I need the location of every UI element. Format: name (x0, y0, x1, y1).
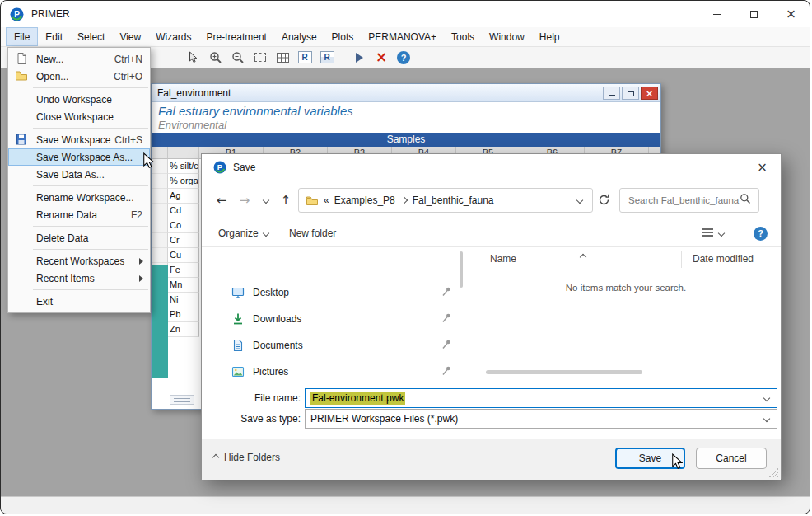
save-disk-icon (15, 133, 28, 146)
menu-item-undo-workspace[interactable]: Undo Workspace (8, 91, 150, 108)
run-icon[interactable] (351, 49, 367, 66)
maximize-button[interactable] (735, 1, 772, 27)
matrix-r-icon[interactable]: R (319, 49, 335, 66)
pointer-icon[interactable] (185, 49, 202, 66)
delete-icon[interactable]: × (373, 49, 390, 66)
menu-item-delete-data[interactable]: Delete Data (8, 229, 150, 246)
address-dropdown-icon[interactable] (576, 197, 583, 204)
organize-button[interactable]: Organize (218, 223, 268, 243)
menu-plots[interactable]: Plots (324, 27, 362, 46)
row-label[interactable]: % silt/c (168, 159, 199, 174)
close-button[interactable]: × (772, 1, 810, 27)
dialog-help-button[interactable]: ? (754, 223, 768, 243)
save-dialog: P Save × ← → ↑ « Examples_P8 Fal_benthic… (201, 153, 782, 479)
minimize-button[interactable] (698, 1, 735, 27)
save-as-type-select[interactable]: PRIMER Workspace Files (*.pwk) (305, 409, 777, 429)
menu-item-rename-data[interactable]: Rename Data F2 (8, 206, 150, 223)
menu-view[interactable]: View (112, 27, 148, 46)
menu-item-close-workspace[interactable]: Close Workspace (8, 108, 150, 125)
doc-minimize-button[interactable] (603, 87, 620, 100)
up-button[interactable]: ↑ (276, 190, 296, 210)
row-label[interactable]: Cd (168, 204, 199, 218)
doc-close-button[interactable]: × (641, 87, 658, 100)
chevron-up-icon (212, 454, 219, 461)
resize-grip[interactable] (769, 468, 778, 477)
row-label[interactable]: Zn (168, 322, 199, 337)
column-divider[interactable] (681, 251, 682, 268)
breadcrumb-subfolder[interactable]: Fal_benthic_fauna (413, 195, 494, 206)
row-label[interactable]: Ag (168, 189, 199, 204)
dialog-close-button[interactable]: × (744, 154, 781, 181)
row-label[interactable]: Ni (168, 293, 199, 307)
menu-item-recent-items[interactable]: Recent Items (8, 270, 150, 287)
chevron-down-icon[interactable] (763, 415, 770, 422)
list-column-date-modified[interactable]: Date modified (693, 253, 754, 265)
sidebar-item-pictures[interactable]: Pictures (222, 360, 460, 383)
row-label[interactable]: Pb (168, 307, 199, 322)
back-button[interactable]: ← (212, 190, 231, 210)
sidebar-item-documents[interactable]: Documents (222, 334, 460, 357)
new-folder-button[interactable]: New folder (289, 223, 336, 243)
save-as-type-value: PRIMER Workspace Files (*.pwk) (310, 413, 458, 425)
row-label[interactable]: Co (168, 218, 199, 233)
menu-separator (33, 226, 148, 227)
search-input[interactable]: Search Fal_benthic_fauna (619, 188, 759, 213)
doc-restore-button[interactable] (622, 87, 639, 100)
file-name-input[interactable]: Fal-environment.pwk (305, 388, 777, 408)
minimize-icon (713, 14, 721, 15)
band-select-icon[interactable] (252, 49, 268, 66)
row-label[interactable]: Fe (168, 263, 199, 278)
cancel-button[interactable]: Cancel (696, 448, 767, 469)
sidebar-scrollbar[interactable] (460, 251, 463, 288)
menu-wizards[interactable]: Wizards (148, 27, 198, 46)
row-label[interactable]: Mn (168, 278, 199, 293)
menu-select[interactable]: Select (70, 27, 112, 46)
menu-file[interactable]: File (6, 27, 38, 46)
hide-folders-button[interactable]: Hide Folders (213, 452, 280, 463)
menu-permanova[interactable]: PERMANOVA+ (361, 27, 444, 46)
grid-select-icon[interactable] (274, 49, 291, 66)
refresh-icon[interactable] (597, 193, 611, 210)
forward-button[interactable]: → (235, 190, 254, 210)
menu-item-open[interactable]: Open... Ctrl+O (8, 68, 150, 85)
menu-analyse[interactable]: Analyse (274, 27, 324, 46)
breadcrumb-folder[interactable]: Examples_P8 (334, 195, 395, 206)
breadcrumb-overflow[interactable]: « (324, 195, 329, 206)
resemblance-r-icon[interactable]: R (296, 49, 313, 66)
dialog-title: Save (233, 162, 255, 173)
menu-edit[interactable]: Edit (38, 27, 70, 46)
menu-item-new[interactable]: New... Ctrl+N (8, 50, 150, 68)
save-dialog-titlebar[interactable]: P Save × (202, 154, 781, 181)
chevron-down-icon (718, 230, 725, 237)
menu-item-rename-workspace[interactable]: Rename Workspace... (8, 189, 150, 206)
document-window-titlebar[interactable]: Fal_environment × (152, 84, 660, 102)
corner-cell (152, 147, 168, 159)
menu-item-save-data-as[interactable]: Save Data As... (8, 166, 150, 183)
list-horizontal-scrollbar[interactable] (486, 370, 642, 374)
menu-item-exit[interactable]: Exit (8, 293, 150, 310)
zoom-in-icon[interactable] (208, 49, 224, 66)
menu-window[interactable]: Window (482, 27, 532, 46)
sidebar-item-downloads[interactable]: Downloads (222, 307, 460, 331)
menu-pretreatment[interactable]: Pre-treatment (199, 27, 274, 46)
primer-logo-icon: P (10, 7, 24, 21)
splitter-handle[interactable] (170, 395, 194, 405)
view-options-button[interactable] (701, 223, 724, 243)
menu-help[interactable]: Help (532, 27, 567, 46)
recent-locations-button[interactable] (256, 190, 276, 210)
zoom-out-icon[interactable] (230, 49, 246, 66)
menu-separator (33, 128, 148, 129)
sidebar-item-desktop[interactable]: Desktop (222, 281, 460, 304)
help-icon[interactable]: ? (395, 49, 412, 66)
row-label[interactable]: % orga (168, 174, 199, 189)
row-label[interactable]: Cr (168, 233, 199, 248)
close-icon: × (786, 8, 796, 21)
menu-tools[interactable]: Tools (444, 27, 482, 46)
menu-item-save-workspace-as[interactable]: Save Workspace As... (8, 148, 150, 166)
address-bar[interactable]: « Examples_P8 Fal_benthic_fauna (298, 188, 593, 213)
list-column-name[interactable]: Name (490, 253, 516, 265)
row-label[interactable]: Cu (168, 248, 199, 263)
menu-item-save-workspace[interactable]: Save Workspace Ctrl+S (8, 131, 150, 148)
chevron-down-icon[interactable] (763, 395, 770, 401)
menu-item-recent-workspaces[interactable]: Recent Workspaces (8, 252, 150, 270)
